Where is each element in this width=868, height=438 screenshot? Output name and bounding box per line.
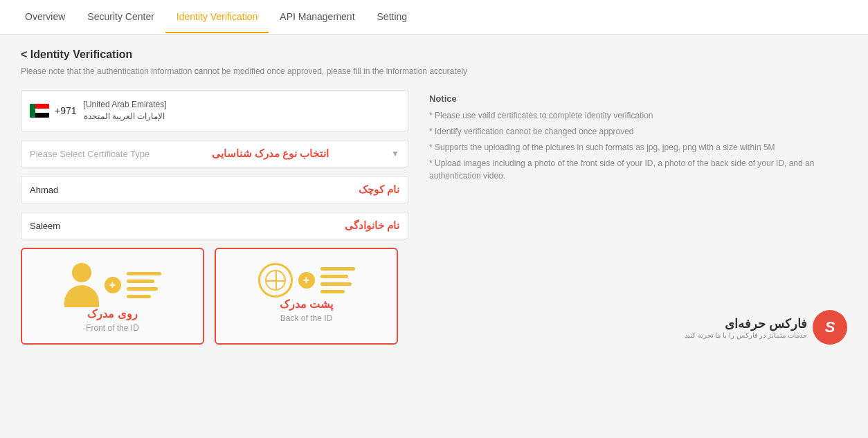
certificate-type-select[interactable]: Please Select Certificate Type انتخاب نو…: [21, 140, 408, 167]
upload-front-card[interactable]: + روی مدرک Front of the ID: [21, 248, 204, 345]
first-name-value: Ahmad: [30, 185, 58, 195]
last-name-value: Saleem: [30, 221, 60, 231]
notice-panel: Notice * Please use valid certificates t…: [429, 90, 847, 345]
nav-identity-verification[interactable]: Identity Verification: [165, 1, 269, 33]
upload-section: + روی مدرک Front of the ID: [21, 248, 408, 345]
main-content: < Identity Verification Please note that…: [0, 35, 868, 358]
front-label-fa: روی مدرک: [87, 307, 137, 320]
document-lines-icon-back: [320, 267, 355, 293]
nav-security-center[interactable]: Security Center: [76, 1, 165, 33]
page-subtitle: Please note that the authentication info…: [21, 66, 847, 76]
person-icon: [64, 263, 99, 307]
notice-title: Notice: [429, 93, 847, 104]
first-name-field[interactable]: Ahmad نام کوچک: [21, 176, 408, 203]
back-upload-icons: +: [258, 263, 355, 298]
document-lines-icon: [127, 272, 161, 298]
logo-area: فارکس حرفه‌ای خدمات متمایز در فارکس را ب…: [685, 310, 847, 345]
page-title[interactable]: < Identity Verification: [21, 48, 847, 61]
plus-circle-icon-back: +: [298, 272, 315, 289]
notice-item-1: * Please use valid certificates to compl…: [429, 109, 847, 122]
plus-circle-icon: +: [105, 277, 121, 293]
front-label-en: Front of the ID: [86, 323, 139, 333]
certificate-label-fa: انتخاب نوع مدرک شناسایی: [212, 147, 329, 160]
nav-overview[interactable]: Overview: [14, 1, 76, 33]
certificate-placeholder: Please Select Certificate Type: [30, 149, 150, 159]
upload-back-card[interactable]: + پشت مدرک Back of the ID: [215, 248, 398, 345]
flag-icon: [30, 104, 49, 118]
nav-api-management[interactable]: API Management: [269, 1, 365, 33]
last-name-label-fa: نام خانوادگی: [345, 219, 399, 232]
phone-code: +971: [55, 105, 77, 116]
logo-subtitle: خدمات متمایز در فارکس را با ما تجربه کنی…: [685, 331, 807, 339]
top-navigation: Overview Security Center Identity Verifi…: [0, 0, 868, 35]
notice-item-3: * Supports the uploading of the pictures…: [429, 141, 847, 154]
logo-title: فارکس حرفه‌ای: [685, 316, 807, 331]
country-selector[interactable]: +971 [United Arab Emirates] الإمارات الع…: [21, 90, 408, 131]
notice-item-4: * Upload images including a photo of the…: [429, 157, 847, 182]
first-name-label-fa: نام کوچک: [359, 183, 399, 196]
country-name: [United Arab Emirates] الإمارات العربية …: [84, 99, 167, 122]
back-label-en: Back of the ID: [280, 313, 332, 323]
globe-icon: [258, 263, 293, 298]
chevron-down-icon: ▼: [391, 149, 399, 158]
logo-icon: S: [813, 310, 847, 345]
nav-setting[interactable]: Setting: [366, 1, 419, 33]
left-column: +971 [United Arab Emirates] الإمارات الع…: [21, 90, 408, 345]
notice-item-2: * Identify verification cannot be change…: [429, 125, 847, 138]
back-label-fa: پشت مدرک: [280, 298, 333, 311]
front-upload-icons: +: [64, 263, 161, 307]
last-name-field[interactable]: Saleem نام خانوادگی: [21, 212, 408, 239]
